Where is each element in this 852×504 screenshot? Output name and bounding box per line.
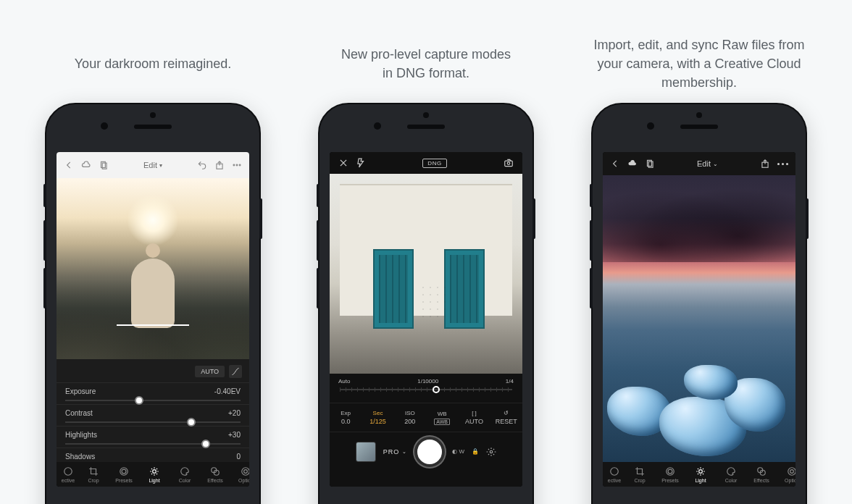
svg-point-7	[122, 469, 126, 474]
caption-right: Import, edit, and sync Raw files from yo…	[584, 29, 814, 98]
dial-[interactable]: [ ]AUTO	[458, 403, 490, 432]
slider-exposure[interactable]: Exposure-0.40EV	[57, 382, 249, 404]
share-icon[interactable]	[214, 160, 225, 170]
tab-presets[interactable]: Presets	[109, 466, 139, 483]
back-icon[interactable]	[610, 159, 620, 169]
svg-point-20	[668, 469, 672, 474]
svg-point-25	[788, 467, 795, 475]
slider-overlay[interactable]	[117, 324, 189, 326]
lock-icon[interactable]: 🔒	[472, 448, 479, 455]
copies-icon[interactable]	[99, 160, 109, 170]
tab-optics[interactable]: Optics	[777, 466, 795, 483]
preview-image	[57, 178, 249, 359]
edit-toolbar-dark: Edit ⌄	[603, 152, 795, 175]
slider-contrast[interactable]: Contrast+20	[57, 404, 249, 426]
svg-point-19	[611, 467, 619, 475]
tab-light[interactable]: Light	[685, 466, 716, 483]
tab-crop[interactable]: Crop	[625, 466, 655, 483]
svg-point-8	[120, 467, 128, 475]
share-icon[interactable]	[760, 159, 770, 169]
svg-point-13	[244, 469, 248, 473]
close-icon[interactable]	[338, 158, 348, 168]
mode-picker[interactable]: PRO⌄	[383, 448, 408, 455]
tab-effects[interactable]: Effects	[746, 466, 777, 483]
dial-iso[interactable]: ISO200	[394, 403, 426, 432]
svg-point-22	[699, 469, 703, 473]
svg-point-3	[233, 164, 235, 166]
back-icon[interactable]	[64, 160, 74, 170]
wb-toggle-icon[interactable]: ◐ W	[452, 448, 464, 455]
camera-viewfinder	[330, 174, 522, 374]
svg-point-6	[64, 467, 72, 475]
auto-button[interactable]: AUTO	[195, 366, 225, 377]
flash-icon[interactable]	[356, 158, 366, 168]
phone-mockup-1: Edit▾ AUTO	[45, 103, 261, 504]
svg-point-12	[242, 467, 249, 475]
cloud-icon[interactable]	[627, 159, 638, 169]
tool-tabbar: ectiveCropPresetsLightColorEffectsOptics	[57, 462, 249, 487]
caption-center: New pro-level capture modes in DNG forma…	[341, 29, 511, 98]
camera-toolbar: DNG	[330, 152, 522, 174]
slider-shadows[interactable]: Shadows0	[57, 448, 249, 461]
tab-ective[interactable]: ective	[603, 466, 625, 483]
tab-effects[interactable]: Effects	[200, 466, 230, 483]
tab-optics[interactable]: Optics	[230, 466, 249, 483]
phone-mockup-2: DNG Auto1/100001/4 Exp0.0Sec1/125ISO200W…	[318, 103, 534, 504]
mode-dropdown[interactable]: Edit ⌄	[697, 159, 718, 168]
param-scale[interactable]: Auto1/100001/4	[330, 374, 522, 403]
dial-[interactable]: ↺RESET	[490, 403, 522, 432]
caption-left: Your darkroom reimagined.	[75, 29, 231, 98]
svg-rect-14	[505, 161, 513, 167]
undo-icon[interactable]	[197, 160, 207, 170]
shutter-button[interactable]	[414, 437, 445, 467]
dial-sec[interactable]: Sec1/125	[362, 403, 393, 432]
svg-point-21	[667, 467, 674, 475]
switch-camera-icon[interactable]	[504, 158, 514, 168]
phone-mockup-3: Edit ⌄ ectiveCropPresetsLightColorEffect…	[591, 103, 807, 504]
more-icon[interactable]	[232, 160, 242, 170]
curves-button[interactable]	[229, 365, 242, 378]
svg-point-5	[239, 164, 241, 166]
svg-point-9	[153, 469, 156, 473]
tab-color[interactable]: Color	[170, 466, 200, 483]
format-badge[interactable]: DNG	[422, 159, 446, 168]
settings-gear-icon[interactable]	[486, 447, 496, 457]
more-icon[interactable]	[777, 163, 788, 165]
tool-tabbar: ectiveCropPresetsLightColorEffectsOptics…	[603, 462, 795, 487]
preview-image	[603, 175, 795, 462]
slider-highlights[interactable]: Highlights+30	[57, 426, 249, 448]
last-photo-thumb[interactable]	[356, 442, 376, 462]
tab-presets[interactable]: Presets	[655, 466, 685, 483]
tab-crop[interactable]: Crop	[78, 466, 109, 483]
tab-color[interactable]: Color	[716, 466, 746, 483]
dial-row: Exp0.0Sec1/125ISO200WBAWB[ ]AUTO↺RESET	[330, 403, 522, 432]
svg-point-26	[790, 469, 794, 473]
edit-toolbar: Edit▾	[57, 152, 249, 178]
svg-point-15	[490, 450, 493, 453]
copies-icon[interactable]	[645, 159, 655, 169]
svg-point-4	[236, 164, 238, 166]
dial-wb[interactable]: WBAWB	[426, 403, 458, 432]
tab-ective[interactable]: ective	[57, 466, 78, 483]
tab-light[interactable]: Light	[139, 466, 170, 483]
cloud-icon[interactable]	[81, 160, 91, 170]
mode-dropdown[interactable]: Edit▾	[143, 161, 162, 169]
dial-exp[interactable]: Exp0.0	[330, 403, 362, 432]
